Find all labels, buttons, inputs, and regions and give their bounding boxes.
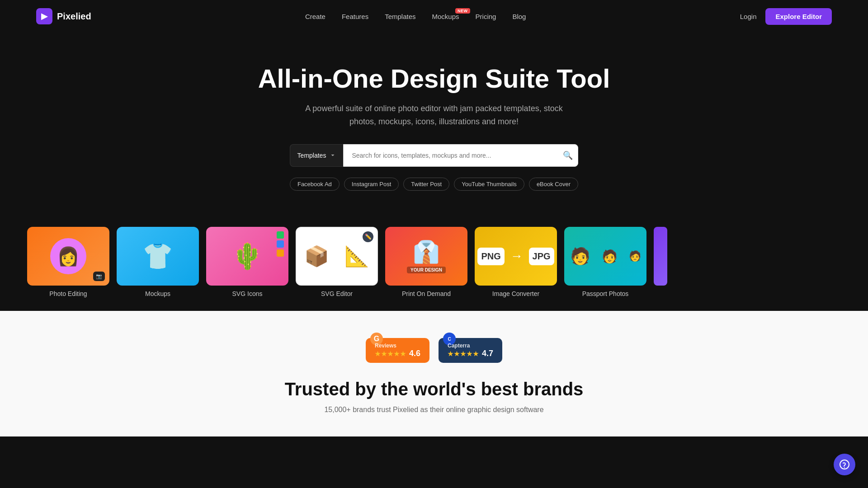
logo-icon: ▶ [36,8,52,24]
capterra-stars: ★★★★★ [448,350,479,357]
card-label-svg-editor: SVG Editor [321,290,353,297]
quick-tag-twitter-post[interactable]: Twitter Post [403,178,449,191]
google-reviews-label: Reviews [375,343,396,349]
social-heading: Trusted by the world's best brands [9,379,859,399]
card-label-mockups: Mockups [145,290,170,297]
card-image-image-converter: PNG → JPG [475,227,557,286]
card-partial [654,227,667,297]
mockups-badge: NEW [455,8,470,14]
help-icon [839,459,850,470]
nav-link-pricing[interactable]: Pricing [476,13,496,20]
google-stars: ★★★★★ [375,350,406,357]
search-category-dropdown[interactable]: Templates [290,144,344,167]
search-input-wrap: 🔍 [343,144,578,167]
hero-heading: All-in-One Design Suite Tool [9,64,859,93]
capterra-label: Capterra [448,343,470,349]
nav-link-blog[interactable]: Blog [512,13,526,20]
feature-cards-section: 👩 📷 Photo Editing 👕 Mockups 🌵 SVG Icon [0,209,868,311]
card-mockups[interactable]: 👕 Mockups [117,227,199,297]
card-image-print-on-demand: 👔 YOUR DESIGN [385,227,467,286]
login-link[interactable]: Login [740,13,757,20]
google-rating-info: Reviews ★★★★★ 4.6 [375,343,420,358]
search-container: Templates 🔍 [9,144,859,167]
nav-link-templates[interactable]: Templates [385,13,415,20]
navbar: ▶ Pixelied Create Features Templates Moc… [0,0,868,33]
card-label-print-on-demand: Print On Demand [402,290,451,297]
card-passport-photos[interactable]: 🧑 🧑 🧑 Passport Photos [564,227,646,297]
logo[interactable]: ▶ Pixelied [36,8,91,24]
card-label-photo-editing: Photo Editing [49,290,87,297]
card-image-passport-photos: 🧑 🧑 🧑 [564,227,646,286]
card-svg-editor[interactable]: 📦 📐 ✏️ SVG Editor [296,227,378,297]
card-print-on-demand[interactable]: 👔 YOUR DESIGN Print On Demand [385,227,467,297]
card-image-svg-icons: 🌵 [206,227,288,286]
chevron-down-icon [330,152,336,159]
card-label-image-converter: Image Converter [492,290,539,297]
card-image-photo-editing: 👩 📷 [27,227,109,286]
card-photo-editing[interactable]: 👩 📷 Photo Editing [27,227,109,297]
nav-links: Create Features Templates Mockups NEW Pr… [305,13,526,20]
hero-subtext: A powerful suite of online photo editor … [303,102,565,128]
social-proof-section: G Reviews ★★★★★ 4.6 C Capterra ★★★★★ 4.7… [0,311,868,436]
nav-right: Login Explore Editor [740,8,832,25]
hero-section: All-in-One Design Suite Tool A powerful … [0,33,868,209]
nav-link-features[interactable]: Features [342,13,368,20]
ratings-row: G Reviews ★★★★★ 4.6 C Capterra ★★★★★ 4.7 [9,338,859,363]
quick-tags: Facebook Ad Instagram Post Twitter Post … [9,178,859,191]
capterra-rating-badge: C Capterra ★★★★★ 4.7 [439,338,502,363]
capterra-rating-info: Capterra ★★★★★ 4.7 [448,343,493,358]
quick-tag-instagram-post[interactable]: Instagram Post [344,178,399,191]
quick-tag-facebook-ad[interactable]: Facebook Ad [290,178,340,191]
quick-tag-youtube-thumbnails[interactable]: YouTube Thumbnails [454,178,524,191]
card-svg-icons[interactable]: 🌵 SVG Icons [206,227,288,297]
search-dropdown-label: Templates [297,152,326,159]
explore-editor-button[interactable]: Explore Editor [765,8,832,25]
card-image-svg-editor: 📦 📐 ✏️ [296,227,378,286]
card-image-converter[interactable]: PNG → JPG Image Converter [475,227,557,297]
search-submit-button[interactable]: 🔍 [563,150,573,160]
logo-text: Pixelied [57,11,91,22]
cards-strip[interactable]: 👩 📷 Photo Editing 👕 Mockups 🌵 SVG Icon [0,227,868,297]
social-subtext: 15,000+ brands trust Pixelied as their o… [9,406,859,414]
card-image-mockups: 👕 [117,227,199,286]
help-widget-button[interactable] [834,454,855,475]
svg-point-1 [844,467,845,468]
nav-link-create[interactable]: Create [305,13,326,20]
search-input[interactable] [343,144,578,167]
google-rating-badge: G Reviews ★★★★★ 4.6 [366,338,429,363]
capterra-score: 4.7 [482,349,493,358]
quick-tag-ebook-cover[interactable]: eBook Cover [529,178,578,191]
card-label-svg-icons: SVG Icons [232,290,263,297]
card-label-passport-photos: Passport Photos [582,290,629,297]
google-score: 4.6 [409,349,420,358]
nav-link-mockups[interactable]: Mockups NEW [432,13,459,20]
